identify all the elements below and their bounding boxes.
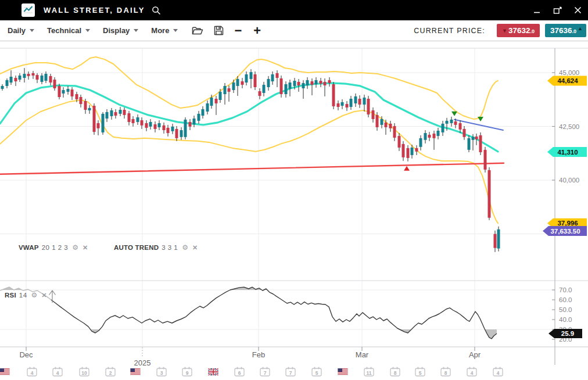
- minimize-button[interactable]: [532, 6, 542, 15]
- more-menu[interactable]: More: [151, 26, 178, 35]
- calendar-event-icon[interactable]: 4: [467, 367, 476, 377]
- search-icon[interactable]: [152, 6, 161, 15]
- popout-window-button[interactable]: [553, 6, 562, 15]
- candle-body: [332, 84, 335, 106]
- technical-menu[interactable]: Technical: [47, 26, 90, 35]
- flag-canton: [131, 368, 135, 372]
- us-flag-icon[interactable]: [338, 368, 348, 375]
- candle-body: [315, 80, 318, 84]
- calendar-ring: [422, 367, 423, 370]
- calendar-event-icon[interactable]: 9: [182, 367, 192, 377]
- candle-body: [289, 83, 292, 89]
- calendar-ring: [393, 367, 394, 370]
- current-price-label: CURRENT PRICE:: [414, 27, 485, 35]
- candle-down: [407, 145, 410, 162]
- uk-flag-icon[interactable]: [209, 368, 218, 375]
- us-flag-icon[interactable]: [131, 368, 141, 375]
- rsi-indicator-label: RSI 14 ⚙ ✕: [5, 292, 47, 299]
- calendar-day-number: 8: [444, 370, 447, 376]
- autotrend-params: 3 3 1: [162, 244, 178, 251]
- gear-icon[interactable]: ⚙: [72, 245, 78, 250]
- calendar-event-icon[interactable]: 5: [312, 367, 321, 377]
- calendar-event-icon[interactable]: 7: [286, 367, 295, 377]
- calendar-event-icon[interactable]: 6: [235, 367, 244, 377]
- candle-body: [180, 130, 183, 137]
- close-icon[interactable]: ✕: [192, 245, 198, 250]
- candle-up: [315, 77, 318, 88]
- month-label: Feb: [252, 350, 265, 359]
- candle-body: [41, 76, 44, 82]
- candle-body: [450, 120, 453, 123]
- close-icon[interactable]: ✕: [83, 245, 88, 250]
- calendar-ring: [237, 367, 238, 370]
- candle-body: [36, 75, 39, 80]
- calendar-ring: [30, 367, 31, 370]
- candle-down: [32, 71, 35, 79]
- close-icon[interactable]: ✕: [41, 292, 46, 298]
- timeframe-menu[interactable]: Daily: [8, 26, 34, 35]
- save-button[interactable]: [214, 26, 224, 35]
- close-window-icon[interactable]: [573, 6, 582, 15]
- candle-body: [202, 109, 205, 116]
- candle-body: [494, 234, 497, 248]
- month-label: Apr: [469, 350, 481, 359]
- candle-up: [202, 106, 205, 119]
- candle-body: [346, 104, 349, 107]
- candle-down: [80, 95, 83, 107]
- candle-body: [363, 98, 366, 105]
- candle-up: [420, 135, 422, 150]
- chevron-down-icon: [173, 29, 178, 32]
- display-menu[interactable]: Display: [103, 26, 138, 35]
- calendar-event-icon[interactable]: 8: [441, 367, 450, 377]
- zoom-in-button[interactable]: +: [252, 25, 262, 37]
- calendar-ring: [108, 367, 109, 370]
- candle-body: [376, 115, 379, 127]
- up-arrow-annotation-icon: [49, 291, 56, 303]
- candle-down: [328, 77, 331, 87]
- candle-body: [285, 84, 288, 94]
- candle-down: [145, 120, 148, 131]
- calendar-event-icon[interactable]: 7: [260, 367, 270, 377]
- candle-body: [224, 86, 227, 94]
- calendar-event-icon[interactable]: 10: [80, 367, 89, 377]
- candle-body: [171, 127, 174, 131]
- candle-body: [189, 122, 192, 127]
- candle-body: [15, 78, 17, 81]
- calendar-event-icon[interactable]: 11: [364, 367, 374, 377]
- open-folder-button[interactable]: [192, 26, 203, 35]
- zoom-out-button[interactable]: −: [233, 25, 243, 37]
- calendar-event-icon[interactable]: 4: [493, 367, 503, 377]
- candle-body: [350, 99, 353, 107]
- bid-price-value: 37632: [508, 26, 530, 35]
- candle-body: [102, 114, 105, 132]
- vwap-line: [0, 83, 498, 152]
- candle-body: [163, 126, 166, 130]
- candle-down: [154, 121, 157, 132]
- buy-signal-triangle-icon: [404, 166, 410, 171]
- price-axis-ticks: 45,00042,50040,000: [552, 69, 579, 184]
- gear-icon[interactable]: ⚙: [182, 245, 188, 250]
- calendar-event-icon[interactable]: 3: [157, 367, 166, 377]
- candle-up: [289, 80, 292, 96]
- candle-body: [393, 126, 396, 138]
- candle-down: [228, 85, 231, 102]
- calendar-event-icon[interactable]: 4: [53, 367, 62, 377]
- candle-down: [463, 126, 466, 140]
- candle-down: [93, 103, 96, 135]
- vwap-indicator-label: VWAP 20 1 2 3 ⚙ ✕: [19, 244, 88, 251]
- calendar-event-icon[interactable]: 5: [415, 367, 425, 377]
- calendar-event-icon[interactable]: 4: [27, 367, 37, 377]
- calendar-day-number: 6: [238, 370, 241, 376]
- auto-trend-blue-line: [454, 120, 503, 130]
- calendar-event-icon[interactable]: 8: [390, 367, 400, 377]
- candle-down: [114, 109, 117, 119]
- gear-icon[interactable]: ⚙: [31, 292, 38, 298]
- candle-body: [358, 99, 361, 105]
- candle-body: [468, 138, 471, 150]
- candle-down: [402, 141, 405, 161]
- candle-body: [19, 76, 21, 80]
- price-chart-canvas[interactable]: 45,00042,50040,00044,62441,31037,99637,6…: [0, 0, 588, 380]
- us-flag-icon[interactable]: [0, 368, 10, 375]
- calendar-event-icon[interactable]: 2: [106, 367, 115, 377]
- calendar-ring: [447, 367, 449, 370]
